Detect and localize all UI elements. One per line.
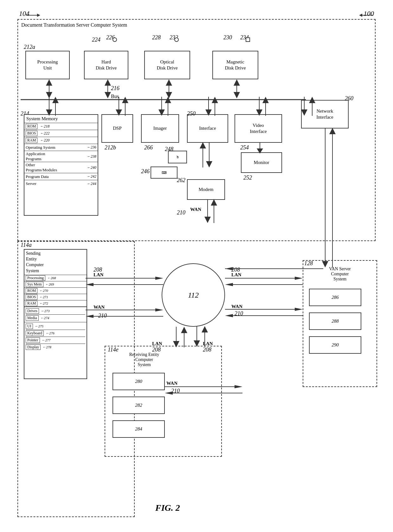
svg-marker-45	[200, 142, 206, 148]
optical-disk-drive-box: OpticalDisk Drive	[144, 51, 190, 79]
lan-arrow-2	[225, 276, 303, 283]
svg-marker-27	[165, 97, 171, 103]
imager-to-bus	[165, 97, 171, 116]
van-box-286: 286	[309, 289, 361, 306]
svg-marker-34	[256, 109, 262, 116]
cloud-to-recv-lan	[173, 327, 180, 347]
svg-marker-39	[309, 97, 315, 103]
receiving-title: Receiving EntityComputerSystem	[109, 352, 179, 367]
ref-224: 224	[92, 36, 100, 43]
svg-marker-65	[225, 314, 233, 317]
wan-arrow-2b	[225, 313, 303, 320]
ref-260: 260	[345, 95, 353, 102]
svg-marker-18	[46, 109, 52, 116]
se-bios: BIOS ←271	[24, 294, 87, 300]
recv-box-280: 280	[113, 373, 165, 390]
recv-to-cloud-2	[201, 326, 208, 347]
svg-marker-69	[181, 327, 187, 333]
svg-marker-64	[295, 308, 303, 311]
page: 104 100 Document Transformation Server C…	[0, 0, 393, 532]
se-sysmem: Sys Mem ←269	[24, 281, 87, 288]
processing-unit-box: ProcessingUnit	[25, 51, 70, 79]
svg-marker-30	[205, 109, 212, 116]
svg-marker-5	[46, 79, 52, 86]
svg-marker-31	[212, 97, 218, 103]
square-234	[246, 37, 250, 42]
bus-to-sysmem	[46, 97, 52, 116]
magnetic-disk-drive-box: MagneticDisk Drive	[212, 51, 258, 79]
hard-disk-drive-box: HardDisk Drive	[84, 51, 128, 79]
lan-arrow-1	[86, 276, 163, 283]
van-box-290: 290	[309, 336, 361, 354]
imager-box: Imager	[141, 114, 179, 143]
svg-marker-8	[105, 79, 111, 86]
modem-box: Modem	[187, 179, 225, 200]
svg-marker-81	[329, 128, 336, 134]
recv-box-284: 284	[113, 420, 165, 438]
svg-marker-35	[262, 97, 269, 103]
svg-marker-57	[86, 315, 93, 318]
ref-208-c: 208	[152, 346, 161, 353]
row-pgmdata: Program Data ←242	[24, 173, 98, 180]
row-rom: ROM ←218	[24, 123, 98, 130]
row-other: OtherPrograms/Modules ←240	[24, 162, 98, 173]
svg-marker-14	[234, 79, 240, 86]
mouse-box: 🖱	[168, 151, 187, 163]
lan-arrow-2b	[225, 282, 303, 289]
row-bios: BIOS ←222	[24, 130, 98, 137]
odd-arrows	[166, 79, 172, 98]
fig-label: FIG. 2	[155, 503, 180, 513]
wan-to-modem	[211, 199, 217, 225]
lan-arrow-1b	[86, 282, 163, 289]
keyboard-box: ⌨	[151, 167, 177, 179]
cloud-to-recv-2	[193, 326, 200, 347]
ni-down	[322, 128, 329, 267]
svg-marker-19	[52, 97, 59, 103]
ref-230: 230	[223, 34, 232, 41]
ni-up	[329, 128, 336, 267]
wan-arrow-2	[225, 307, 303, 314]
ref-212a: 212a	[24, 44, 35, 50]
pu-arrows	[46, 79, 52, 98]
svg-marker-38	[301, 109, 307, 116]
svg-marker-1	[37, 14, 40, 17]
svg-marker-76	[194, 340, 200, 347]
mdd-arrows	[234, 79, 240, 98]
ref-212b: 212b	[105, 144, 116, 151]
ref-208-a: 208	[93, 266, 102, 273]
se-title: SendingEntityComputerSystem	[24, 250, 87, 275]
recv-to-cloud-lan	[181, 327, 188, 347]
ref-114a: 114a	[21, 242, 32, 248]
recv-wan-l	[165, 391, 242, 398]
interface-to-bus	[212, 97, 218, 116]
row-ram: RAM ←220	[24, 137, 98, 144]
svg-marker-16	[234, 92, 240, 98]
se-ram: RAM ←272	[24, 300, 87, 307]
ref-252: 252	[243, 174, 252, 181]
svg-marker-3	[359, 14, 362, 17]
ref-210-top: 210	[177, 209, 185, 216]
ni-to-cloud	[225, 266, 323, 273]
dsp-to-bus	[122, 97, 128, 116]
svg-marker-53	[86, 283, 93, 286]
svg-marker-44	[206, 161, 212, 167]
circle-226	[113, 37, 117, 42]
ref-208-d: 208	[203, 346, 211, 353]
svg-marker-11	[166, 79, 172, 86]
bus-to-interface	[205, 97, 212, 116]
svg-marker-22	[116, 109, 122, 116]
bus-to-dsp	[116, 97, 122, 116]
circle-232	[174, 37, 179, 42]
modem-to-wan	[204, 199, 211, 225]
dsp-box: DSP	[101, 114, 133, 143]
wan-arrow-1	[86, 308, 163, 315]
ref-246: 246	[141, 168, 150, 175]
se-processing: Processing ←268	[24, 275, 87, 281]
video-interface-box: VideoInterface	[235, 114, 282, 143]
svg-marker-60	[295, 277, 303, 280]
row-server: Server ←244	[24, 180, 98, 187]
sysmem-to-bus	[52, 97, 59, 116]
svg-marker-49	[211, 199, 217, 206]
row-os: Operating System ←236	[24, 144, 98, 151]
rom-inner: ROM	[26, 124, 37, 129]
